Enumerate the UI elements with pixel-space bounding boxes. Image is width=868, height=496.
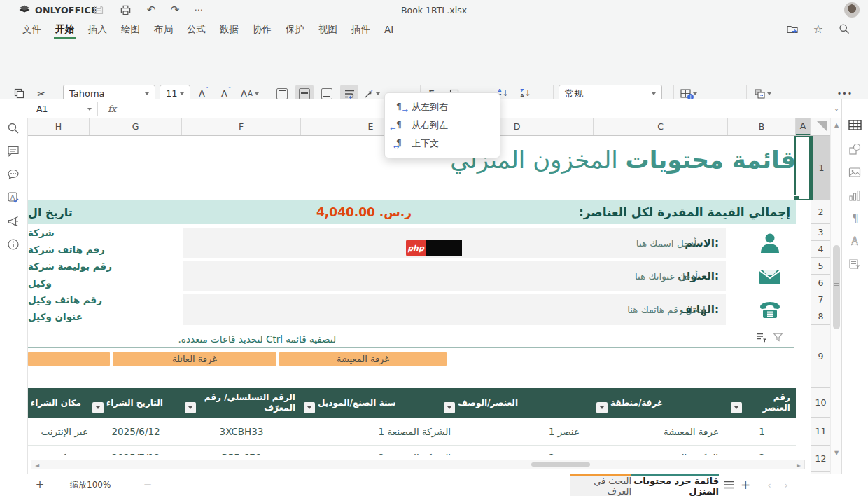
scroll-down-icon[interactable]: ▼ [832, 448, 841, 457]
scroll-left-icon[interactable]: ◄ [33, 461, 41, 469]
fx-icon[interactable]: fx [104, 102, 120, 116]
row-header-1-selected[interactable]: 1 [811, 136, 830, 200]
cell-settings-icon[interactable] [848, 119, 862, 133]
row-header[interactable]: 8 [811, 308, 830, 325]
scroll-up-icon[interactable]: ▲ [832, 120, 841, 129]
paragraph-settings-icon[interactable]: ¶ [848, 212, 862, 226]
text-art-settings-icon[interactable]: A [848, 235, 862, 249]
header-purchase-place[interactable]: مكان الشراء [28, 388, 90, 418]
tab-protection[interactable]: 保护 [279, 20, 312, 39]
open-file-location-button[interactable] [785, 22, 799, 36]
row-header[interactable]: 4 [811, 241, 830, 258]
shape-settings-icon[interactable] [848, 143, 862, 157]
zoom-level-label[interactable]: 缩放100% [70, 474, 111, 496]
search-icon[interactable] [7, 122, 21, 136]
user-avatar[interactable] [844, 2, 860, 18]
menu-item-ltr[interactable]: ¶→ 从左到右 [385, 98, 500, 116]
slicer-button-living-room[interactable]: غرفة المعيشة [279, 352, 447, 366]
phone-field-row[interactable]: الهاتف: ادخل رقم هاتفك هنا [183, 294, 726, 325]
print-button[interactable] [118, 3, 132, 17]
chat-icon[interactable] [7, 168, 21, 182]
horizontal-scroll-thumb[interactable] [531, 462, 590, 467]
filter-dropdown-icon[interactable] [596, 402, 608, 413]
scroll-right-icon[interactable]: ► [794, 461, 803, 469]
header-year-model[interactable]: سنة الصنع/الموديل [301, 388, 441, 418]
tab-file[interactable]: 文件 [15, 20, 48, 39]
row-header[interactable]: 11 [811, 418, 830, 446]
tab-formula[interactable]: 公式 [180, 20, 213, 39]
slicer-button-family-room[interactable]: غرفة العائلة [113, 352, 276, 366]
horizontal-scroll-track[interactable]: ◄ ► [31, 460, 805, 469]
column-header-h[interactable]: H [28, 118, 90, 135]
zoom-out-button[interactable]: − [140, 477, 155, 492]
horizontal-scrollbar[interactable]: ◄ ► [28, 455, 811, 474]
image-settings-icon[interactable] [848, 166, 862, 180]
sheet-tab-search-rooms[interactable]: البحث في الغرف [570, 474, 631, 496]
sheet-list-button[interactable] [721, 477, 736, 492]
slicer-multiselect-icon[interactable] [756, 332, 767, 343]
row-headers[interactable]: 1 2 3 4 5 6 7 8 9 10 11 12 [811, 136, 830, 474]
tab-draw[interactable]: 绘图 [114, 20, 147, 39]
cell-item[interactable]: عنصر 1 [441, 418, 594, 446]
address-field-row[interactable]: العنوان: أدخل عنوانك هنا [183, 261, 726, 291]
cell-manufacturer[interactable]: الشركة المصنعة 1 [301, 418, 454, 446]
about-info-icon[interactable] [7, 238, 21, 252]
row-header[interactable]: 7 [811, 291, 830, 308]
filter-dropdown-icon[interactable] [731, 402, 742, 413]
row-header[interactable]: 12 [811, 446, 830, 472]
chart-settings-icon[interactable] [848, 189, 862, 203]
tab-layout[interactable]: 布局 [147, 20, 180, 39]
quick-access-more-button[interactable]: ⋯ [192, 3, 206, 17]
next-sheet-button[interactable]: › [778, 477, 794, 492]
comments-icon[interactable] [7, 145, 21, 159]
header-purchase-date[interactable]: التاريخ الشراء [90, 388, 182, 418]
header-serial-id[interactable]: الرقم التسلسلي/ رقم المعرّف [182, 388, 301, 418]
zoom-in-button[interactable]: + [32, 477, 48, 492]
redo-button[interactable]: ↷ [168, 3, 182, 17]
sheet-grid[interactable]: قائمة محتويات المخزون المنزلي إجمالي الق… [28, 136, 811, 474]
row-header[interactable]: 2 [811, 200, 830, 224]
row-header[interactable]: 5 [811, 258, 830, 275]
column-header-b[interactable]: B [728, 118, 796, 135]
search-button[interactable] [837, 22, 851, 36]
row-header[interactable]: 3 [811, 224, 830, 241]
tab-view[interactable]: 视图 [312, 20, 344, 39]
total-band[interactable]: إجمالي القيمة المقدرة لكل العناصر: ر.س. … [28, 200, 796, 224]
cell-date[interactable]: 2025/6/12 [90, 418, 182, 446]
cell-place[interactable]: عبر الإنترنت [28, 418, 90, 446]
table-row[interactable]: 1 غرفة المعيشة عنصر 1 الشركة المصنعة 1 3… [28, 418, 796, 446]
vertical-scroll-thumb[interactable] [833, 245, 840, 329]
filter-dropdown-icon[interactable] [92, 402, 104, 413]
tab-insert[interactable]: 插入 [81, 20, 114, 39]
expand-formula-bar-button[interactable]: ⌄ [832, 102, 841, 115]
feedback-icon[interactable] [7, 215, 21, 229]
menu-item-rtl[interactable]: ¶← 从右到左 [385, 116, 500, 135]
cell-name-box[interactable]: A1 [31, 102, 98, 116]
spellcheck-icon[interactable]: A [7, 191, 21, 205]
column-header-c[interactable]: C [594, 118, 728, 135]
cell-item-number[interactable]: 1 [728, 418, 796, 446]
filter-dropdown-icon[interactable] [185, 402, 196, 413]
row-header[interactable]: 9 [811, 325, 830, 388]
filter-dropdown-icon[interactable] [304, 402, 315, 413]
tab-home[interactable]: 开始 [48, 20, 81, 39]
favorite-star-icon[interactable]: ☆ [811, 22, 825, 36]
tab-data[interactable]: 数据 [213, 20, 246, 39]
header-room-area[interactable]: غرفة/منطقة [594, 388, 728, 418]
row-header[interactable]: 6 [811, 275, 830, 291]
filter-dropdown-icon[interactable] [444, 402, 455, 413]
undo-button[interactable]: ↶ [144, 3, 158, 17]
sheet-tab-home-inventory[interactable]: قائمة جرد محتويات المنزل [631, 474, 719, 496]
prev-sheet-button[interactable]: ‹ [762, 477, 777, 492]
vertical-scrollbar[interactable]: ▲ ▼ [830, 118, 841, 474]
slicer-button-cut[interactable] [28, 352, 110, 366]
menu-item-context[interactable]: ¶↔ 上下文 [385, 135, 500, 153]
header-item-number[interactable]: رقم العنصر [728, 388, 796, 418]
tab-plugins[interactable]: 插件 [344, 20, 377, 39]
cell-serial[interactable]: 3XCBH33 [182, 418, 301, 446]
column-header-f[interactable]: F [182, 118, 301, 135]
slicer-clear-filter-icon[interactable] [773, 332, 783, 343]
selected-cell-a1[interactable] [794, 136, 811, 200]
row-header[interactable]: 10 [811, 388, 830, 418]
column-header-a-selected[interactable]: A [796, 118, 811, 135]
